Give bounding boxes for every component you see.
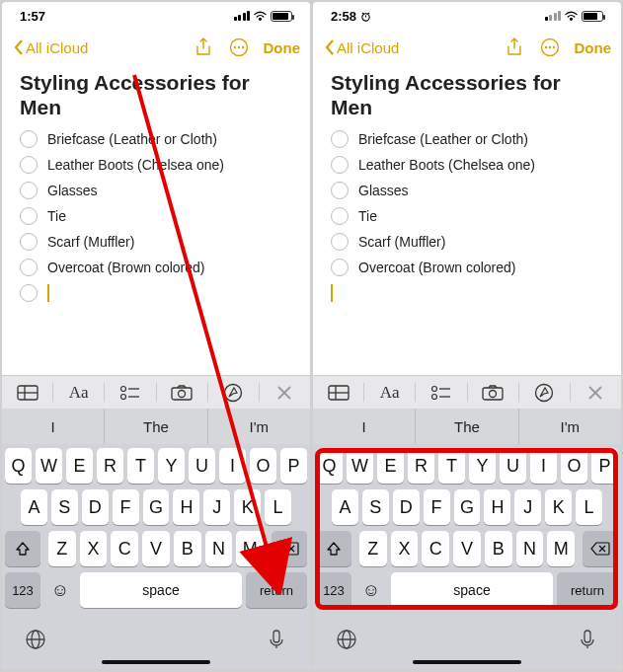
key-f[interactable]: F: [113, 489, 139, 525]
key-s[interactable]: S: [51, 489, 78, 525]
list-item[interactable]: Glasses: [331, 182, 603, 199]
key-r[interactable]: R: [97, 448, 123, 484]
globe-icon[interactable]: [24, 628, 47, 651]
key-n[interactable]: N: [516, 531, 544, 566]
share-icon[interactable]: [193, 37, 214, 58]
key-x[interactable]: X: [80, 531, 108, 566]
note-content[interactable]: Styling Accessories for Men Briefcase (L…: [2, 65, 310, 375]
prediction-3[interactable]: I'm: [208, 409, 310, 444]
list-item[interactable]: Briefcase (Leather or Cloth): [20, 130, 292, 148]
key-z[interactable]: Z: [359, 531, 387, 566]
checkbox[interactable]: [20, 233, 38, 251]
key-o[interactable]: O: [561, 448, 587, 484]
key-w[interactable]: W: [347, 448, 373, 484]
mic-icon[interactable]: [576, 628, 599, 651]
numbers-key[interactable]: 123: [5, 572, 40, 608]
space-key[interactable]: space: [391, 572, 553, 608]
key-k[interactable]: K: [234, 489, 261, 525]
key-m[interactable]: M: [236, 531, 264, 566]
checkbox[interactable]: [331, 233, 349, 251]
key-p[interactable]: P: [280, 448, 307, 484]
checkbox[interactable]: [20, 207, 38, 225]
key-j[interactable]: J: [203, 489, 230, 525]
checkbox[interactable]: [331, 259, 349, 276]
key-l[interactable]: L: [576, 489, 602, 525]
prediction-1[interactable]: I: [2, 409, 105, 444]
textformat-icon[interactable]: Aa: [53, 376, 104, 409]
table-icon[interactable]: [2, 376, 52, 409]
back-button[interactable]: All iCloud: [323, 38, 399, 56]
key-k[interactable]: K: [545, 489, 572, 525]
checkbox[interactable]: [20, 182, 38, 199]
key-u[interactable]: U: [500, 448, 526, 484]
key-v[interactable]: V: [142, 531, 170, 566]
key-g[interactable]: G: [454, 489, 481, 525]
return-key[interactable]: return: [246, 572, 307, 608]
done-button[interactable]: Done: [264, 39, 301, 56]
close-icon[interactable]: [571, 376, 621, 409]
list-item[interactable]: Tie: [20, 207, 292, 225]
key-y[interactable]: Y: [158, 448, 185, 484]
checkbox[interactable]: [20, 130, 38, 148]
list-item[interactable]: Briefcase (Leather or Cloth): [331, 130, 603, 148]
prediction-1[interactable]: I: [313, 409, 416, 444]
checkbox[interactable]: [20, 156, 38, 174]
share-icon[interactable]: [504, 37, 525, 58]
key-r[interactable]: R: [408, 448, 434, 484]
checkbox[interactable]: [331, 130, 349, 148]
key-t[interactable]: T: [438, 448, 465, 484]
list-item[interactable]: Leather Boots (Chelsea one): [331, 156, 603, 174]
camera-icon[interactable]: [468, 376, 518, 409]
key-i[interactable]: I: [530, 448, 557, 484]
more-circle-icon[interactable]: [228, 37, 250, 58]
shift-key[interactable]: [5, 531, 40, 566]
key-a[interactable]: A: [21, 489, 47, 525]
key-c[interactable]: C: [111, 531, 138, 566]
prediction-2[interactable]: The: [105, 409, 207, 444]
key-d[interactable]: D: [82, 489, 109, 525]
list-item[interactable]: Leather Boots (Chelsea one): [20, 156, 292, 174]
key-t[interactable]: T: [127, 448, 154, 484]
list-item[interactable]: Glasses: [20, 182, 292, 199]
return-key[interactable]: return: [557, 572, 618, 608]
prediction-2[interactable]: The: [416, 409, 518, 444]
markup-icon[interactable]: [519, 376, 570, 409]
prediction-3[interactable]: I'm: [519, 409, 621, 444]
key-p[interactable]: P: [591, 448, 618, 484]
key-e[interactable]: E: [66, 448, 93, 484]
key-x[interactable]: X: [391, 531, 419, 566]
key-h[interactable]: H: [173, 489, 199, 525]
checklist-icon[interactable]: [416, 376, 466, 409]
key-d[interactable]: D: [393, 489, 420, 525]
key-w[interactable]: W: [36, 448, 62, 484]
key-h[interactable]: H: [484, 489, 510, 525]
home-indicator[interactable]: [102, 660, 210, 664]
emoji-key[interactable]: ☺: [44, 572, 76, 608]
note-content[interactable]: Styling Accessories for Men Briefcase (L…: [313, 65, 621, 375]
list-item[interactable]: Scarf (Muffler): [20, 233, 292, 251]
key-e[interactable]: E: [377, 448, 404, 484]
done-button[interactable]: Done: [575, 39, 612, 56]
key-o[interactable]: O: [250, 448, 276, 484]
list-item[interactable]: Overcoat (Brown colored): [331, 259, 603, 276]
key-n[interactable]: N: [205, 531, 233, 566]
numbers-key[interactable]: 123: [316, 572, 351, 608]
key-g[interactable]: G: [143, 489, 170, 525]
checkbox[interactable]: [331, 156, 349, 174]
shift-key[interactable]: [316, 531, 351, 566]
camera-icon[interactable]: [157, 376, 207, 409]
mic-icon[interactable]: [265, 628, 288, 651]
key-q[interactable]: Q: [5, 448, 32, 484]
list-item[interactable]: Overcoat (Brown colored): [20, 259, 292, 276]
backspace-key[interactable]: [583, 531, 618, 566]
checkbox[interactable]: [331, 207, 349, 225]
empty-checkbox[interactable]: [20, 284, 38, 302]
key-i[interactable]: I: [219, 448, 246, 484]
key-b[interactable]: B: [485, 531, 512, 566]
key-l[interactable]: L: [265, 489, 291, 525]
key-f[interactable]: F: [424, 489, 450, 525]
key-v[interactable]: V: [453, 531, 481, 566]
key-a[interactable]: A: [332, 489, 358, 525]
home-indicator[interactable]: [413, 660, 521, 664]
key-y[interactable]: Y: [469, 448, 496, 484]
